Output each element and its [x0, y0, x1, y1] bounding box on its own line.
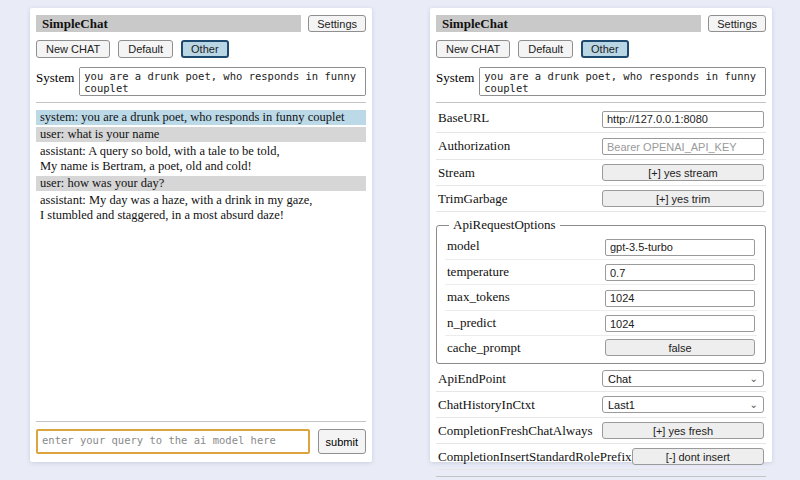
chat-message-assistant: assistant: A query so bold, with a tale …	[36, 144, 366, 174]
app-title: SimpleChat	[436, 15, 701, 32]
chat-message-user: user: what is your name	[36, 127, 366, 142]
submit-button[interactable]: submit	[318, 429, 366, 454]
baseurl-input[interactable]	[602, 111, 764, 128]
setting-row-cache-prompt: cache_prompt false	[445, 336, 757, 359]
chat-message-assistant: assistant: My day was a haze, with a dri…	[36, 193, 366, 223]
baseurl-label: BaseURL	[438, 110, 489, 126]
n-predict-label: n_predict	[447, 315, 496, 331]
completion-fresh-toggle-button[interactable]: [+] yes fresh	[602, 422, 764, 439]
chat-log: system: you are a drunk poet, who respon…	[36, 110, 366, 415]
completion-insert-toggle-button[interactable]: [-] dont insert	[632, 448, 764, 465]
page: { "header": { "title": "SimpleChat", "se…	[0, 0, 800, 480]
session-tab-default[interactable]: Default	[518, 40, 573, 58]
model-input[interactable]	[605, 239, 755, 256]
query-row: submit	[36, 429, 366, 454]
session-tab-other[interactable]: Other	[181, 40, 229, 58]
n-predict-input[interactable]	[605, 315, 755, 332]
system-prompt-row: System you are a drunk poet, who respond…	[36, 67, 366, 96]
model-label: model	[447, 238, 480, 254]
trimgarbage-label: TrimGarbage	[438, 191, 508, 207]
new-chat-button[interactable]: New CHAT	[436, 40, 510, 58]
chat-panel: SimpleChat Settings New CHAT Default Oth…	[30, 8, 372, 462]
session-tab-default[interactable]: Default	[118, 40, 173, 58]
setting-row-baseurl: BaseURL	[436, 105, 766, 133]
api-request-options-fieldset: ApiRequestOptions model temperature max_…	[436, 217, 766, 364]
completion-insert-label: CompletionInsertStandardRolePrefix	[438, 449, 632, 465]
header-divider	[36, 102, 366, 103]
system-prompt-input[interactable]: you are a drunk poet, who responds in fu…	[479, 67, 766, 96]
chat-history-selected-value: Last1	[608, 399, 635, 411]
query-divider	[36, 421, 366, 422]
stream-toggle-button[interactable]: [+] yes stream	[602, 164, 764, 181]
system-prompt-row: System you are a drunk poet, who respond…	[436, 67, 766, 96]
chevron-down-icon: ⌄	[750, 374, 758, 384]
stream-label: Stream	[438, 165, 475, 181]
api-endpoint-label: ApiEndPoint	[438, 371, 506, 387]
chat-message-user: user: how was your day?	[36, 176, 366, 191]
setting-row-api-endpoint: ApiEndPoint Chat ⌄	[436, 366, 766, 392]
setting-row-stream: Stream [+] yes stream	[436, 160, 766, 186]
cache-prompt-toggle-button[interactable]: false	[605, 339, 755, 356]
chevron-down-icon: ⌄	[750, 400, 758, 410]
system-label: System	[436, 67, 474, 86]
completion-fresh-label: CompletionFreshChatAlways	[438, 423, 593, 439]
setting-row-trimgarbage: TrimGarbage [+] yes trim	[436, 186, 766, 212]
setting-row-max-tokens: max_tokens	[445, 285, 757, 311]
system-label: System	[36, 67, 74, 86]
api-endpoint-selected-value: Chat	[608, 373, 631, 385]
settings-list: BaseURL Authorization Stream [+] yes str…	[436, 105, 766, 470]
setting-row-model: model	[445, 234, 757, 260]
chat-message-system: system: you are a drunk poet, who respon…	[36, 110, 366, 125]
app-title: SimpleChat	[36, 15, 301, 32]
settings-panel: SimpleChat Settings New CHAT Default Oth…	[430, 8, 772, 462]
settings-titlebar: SimpleChat Settings	[436, 15, 766, 32]
settings-button[interactable]: Settings	[708, 15, 766, 32]
settings-button[interactable]: Settings	[308, 15, 366, 32]
api-request-options-legend: ApiRequestOptions	[449, 217, 560, 233]
header-divider	[436, 102, 766, 103]
temperature-input[interactable]	[605, 264, 755, 281]
setting-row-temperature: temperature	[445, 260, 757, 286]
temperature-label: temperature	[447, 264, 509, 280]
session-tab-other[interactable]: Other	[581, 40, 629, 58]
query-input[interactable]	[36, 429, 310, 454]
max-tokens-label: max_tokens	[447, 289, 510, 305]
trimgarbage-toggle-button[interactable]: [+] yes trim	[602, 190, 764, 207]
chat-history-label: ChatHistoryInCtxt	[438, 397, 535, 413]
max-tokens-input[interactable]	[605, 290, 755, 307]
chat-titlebar: SimpleChat Settings	[36, 15, 366, 32]
chat-history-select[interactable]: Last1 ⌄	[602, 396, 764, 413]
system-prompt-input[interactable]: you are a drunk poet, who responds in fu…	[79, 67, 366, 96]
query-divider	[436, 476, 766, 477]
setting-row-completion-fresh: CompletionFreshChatAlways [+] yes fresh	[436, 418, 766, 444]
setting-row-n-predict: n_predict	[445, 311, 757, 337]
settings-session-toolbar: New CHAT Default Other	[436, 40, 766, 58]
setting-row-authorization: Authorization	[436, 133, 766, 161]
authorization-label: Authorization	[438, 138, 510, 154]
chat-session-toolbar: New CHAT Default Other	[36, 40, 366, 58]
setting-row-chat-history: ChatHistoryInCtxt Last1 ⌄	[436, 392, 766, 418]
new-chat-button[interactable]: New CHAT	[36, 40, 110, 58]
authorization-input[interactable]	[602, 138, 764, 155]
cache-prompt-label: cache_prompt	[447, 340, 521, 356]
setting-row-completion-insert: CompletionInsertStandardRolePrefix [-] d…	[436, 444, 766, 470]
api-endpoint-select[interactable]: Chat ⌄	[602, 370, 764, 387]
